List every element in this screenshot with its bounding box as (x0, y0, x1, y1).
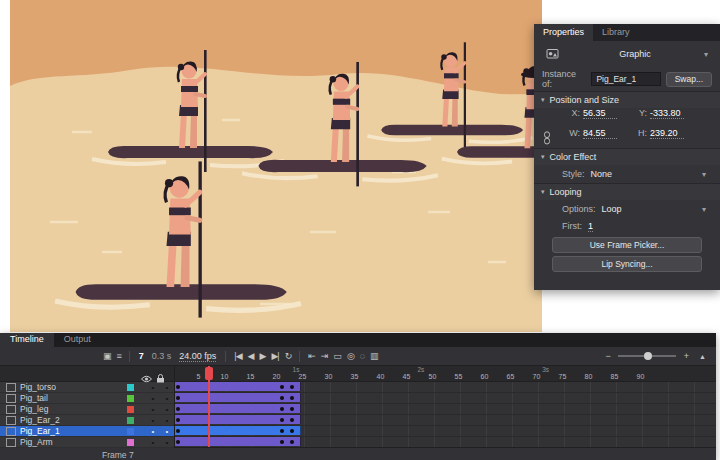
layer-visibility-toggle[interactable]: • (146, 405, 160, 414)
layer-visibility-toggle[interactable]: • (146, 394, 160, 403)
layer-frames-row[interactable] (175, 393, 716, 404)
section-header-color-effect[interactable]: ▾ Color Effect (534, 148, 720, 165)
layer-row[interactable]: Pig_leg•• (0, 404, 174, 415)
step-forward-icon[interactable]: ▶| (268, 351, 281, 361)
second-mark-label: 3s (542, 366, 549, 373)
layer-visibility-toggle[interactable]: • (146, 438, 160, 447)
layer-row[interactable]: Pig_tail•• (0, 393, 174, 404)
symbol-type-dropdown[interactable]: Graphic ▾ (566, 49, 708, 59)
layer-visibility-toggle[interactable]: • (146, 416, 160, 425)
frame-ruler[interactable]: 1s2s3s5101520253035404550556065707580859… (175, 366, 716, 382)
frame-number-label: 90 (631, 373, 649, 380)
layer-outline-color-swatch[interactable] (127, 417, 134, 424)
layer-outline-color-swatch[interactable] (127, 428, 134, 435)
zoom-in-icon[interactable]: + (681, 351, 691, 361)
layer-frames-row[interactable] (175, 437, 716, 447)
keyframe-dot[interactable] (280, 385, 284, 389)
swap-button[interactable]: Swap... (666, 72, 712, 87)
panel-resize-icon[interactable]: ▲ (696, 353, 708, 360)
layer-outline-color-swatch[interactable] (127, 406, 134, 413)
frame-span[interactable] (175, 404, 301, 413)
loop-options-dropdown[interactable]: Options: Loop ▾ (534, 200, 720, 218)
tab-properties[interactable]: Properties (534, 24, 593, 41)
edit-multiple-frames-icon[interactable]: ▥ (367, 351, 381, 361)
keyframe-dot[interactable] (176, 396, 180, 400)
y-value[interactable]: -333.80 (650, 108, 684, 119)
center-playhead-icon[interactable]: ▭ (330, 351, 344, 361)
stage-canvas[interactable] (10, 0, 542, 332)
keyframe-dot[interactable] (290, 418, 294, 422)
keyframe-dot[interactable] (280, 396, 284, 400)
onion-skin-outlines-icon[interactable]: ◌ (357, 351, 367, 361)
layer-row[interactable]: Pig_Ear_2•• (0, 415, 174, 426)
keyframe-dot[interactable] (280, 407, 284, 411)
keyframe-dot[interactable] (280, 429, 284, 433)
chevron-down-icon: ▾ (702, 170, 706, 179)
instance-name-field[interactable]: Pig_Ear_1 (591, 72, 660, 86)
keyframe-dot[interactable] (290, 396, 294, 400)
layer-lock-toggle[interactable]: • (160, 394, 174, 403)
layer-frames-row[interactable] (175, 426, 716, 437)
frame-span[interactable] (175, 393, 301, 402)
tab-timeline[interactable]: Timeline (0, 333, 54, 347)
section-header-position-size[interactable]: ▾ Position and Size (534, 91, 720, 108)
keyframe-dot[interactable] (176, 407, 180, 411)
section-header-looping[interactable]: ▾ Looping (534, 183, 720, 200)
loop-icon[interactable]: ↻ (282, 351, 295, 361)
keyframe-dot[interactable] (176, 418, 180, 422)
tab-output[interactable]: Output (54, 333, 101, 347)
layer-depth-icon[interactable]: ≡ (114, 351, 124, 361)
frame-span[interactable] (175, 415, 301, 424)
layer-lock-toggle[interactable]: • (160, 405, 174, 414)
layer-frames-row[interactable] (175, 382, 716, 393)
tab-library[interactable]: Library (593, 24, 639, 41)
layer-lock-toggle[interactable]: • (160, 416, 174, 425)
layer-frames-row[interactable] (175, 415, 716, 426)
keyframe-dot[interactable] (176, 385, 180, 389)
frames-area[interactable]: 1s2s3s5101520253035404550556065707580859… (175, 366, 716, 447)
current-frame-indicator[interactable]: 7 (135, 351, 148, 361)
keyframe-dot[interactable] (290, 385, 294, 389)
step-back-icon[interactable]: ◀ (245, 351, 257, 361)
timeline-zoom-slider[interactable] (618, 355, 676, 357)
show-hide-all-layers-icon[interactable] (141, 369, 152, 387)
keyframe-dot[interactable] (176, 429, 180, 433)
zoom-out-icon[interactable]: − (603, 351, 613, 361)
lock-all-layers-icon[interactable] (156, 369, 165, 387)
keyframe-dot[interactable] (280, 418, 284, 422)
extend-span-left-icon[interactable]: ⇤ (305, 351, 318, 361)
lip-syncing-button[interactable]: Lip Syncing... (552, 256, 702, 272)
play-icon[interactable]: ▶ (257, 351, 269, 361)
go-to-first-frame-icon[interactable]: |◀ (231, 351, 244, 361)
x-value[interactable]: 56.35 (583, 108, 617, 119)
frame-rate-indicator[interactable]: 24.00 fps (179, 351, 216, 362)
layer-row[interactable]: Pig_Arm•• (0, 437, 174, 448)
layer-frames-row[interactable] (175, 404, 716, 415)
onion-skin-icon[interactable]: ◎ (344, 351, 357, 361)
h-value[interactable]: 239.20 (650, 128, 684, 139)
link-width-height-icon[interactable] (542, 131, 552, 147)
keyframe-dot[interactable] (176, 440, 180, 444)
layer-outline-color-swatch[interactable] (127, 439, 134, 446)
use-frame-picker-button[interactable]: Use Frame Picker... (552, 237, 702, 253)
w-value[interactable]: 84.55 (583, 128, 617, 139)
extend-span-right-icon[interactable]: ⇥ (318, 351, 331, 361)
frame-span[interactable] (175, 382, 301, 391)
frame-span[interactable] (175, 426, 301, 435)
first-value[interactable]: 1 (588, 221, 593, 232)
keyframe-dot[interactable] (290, 440, 294, 444)
frame-number-label: 60 (475, 373, 493, 380)
layer-lock-toggle[interactable]: • (160, 427, 174, 436)
layer-outline-color-swatch[interactable] (127, 384, 134, 391)
layer-outline-color-swatch[interactable] (127, 395, 134, 402)
keyframe-dot[interactable] (290, 429, 294, 433)
layer-row[interactable]: Pig_Ear_1•• (0, 426, 174, 437)
layer-lock-toggle[interactable]: • (160, 438, 174, 447)
layer-visibility-toggle[interactable]: • (146, 427, 160, 436)
keyframe-dot[interactable] (290, 407, 294, 411)
zoom-slider-thumb[interactable] (644, 352, 652, 360)
camera-icon[interactable]: ▣ (100, 351, 114, 361)
style-dropdown[interactable]: Style: None ▾ (534, 165, 720, 183)
frame-span[interactable] (175, 437, 301, 446)
keyframe-dot[interactable] (280, 440, 284, 444)
